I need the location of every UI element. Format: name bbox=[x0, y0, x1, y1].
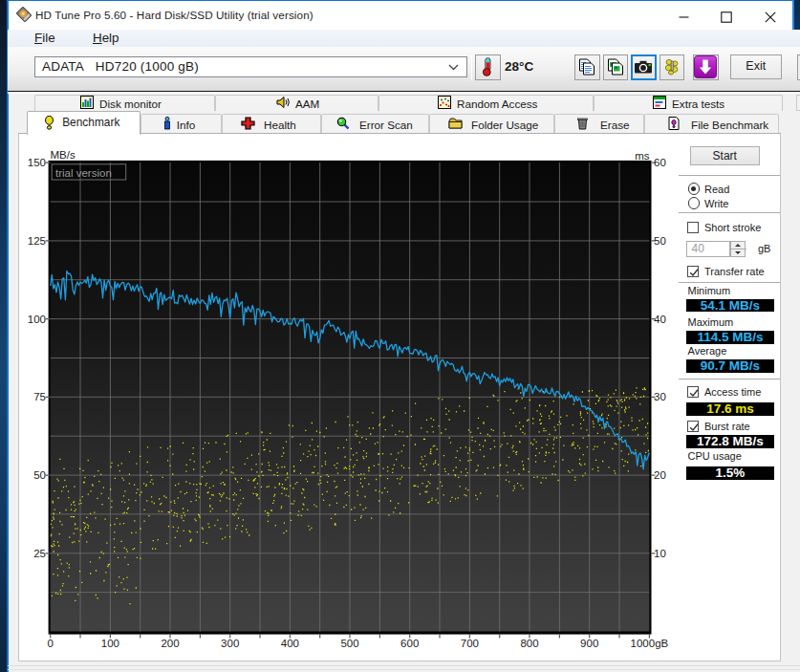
svg-text:1000gB: 1000gB bbox=[631, 638, 669, 649]
svg-text:50: 50 bbox=[33, 469, 46, 481]
svg-text:150: 150 bbox=[28, 157, 46, 168]
svg-text:200: 200 bbox=[161, 638, 179, 649]
svg-text:600: 600 bbox=[400, 638, 419, 649]
svg-text:10: 10 bbox=[654, 548, 666, 559]
svg-text:900: 900 bbox=[580, 638, 598, 649]
svg-text:ms: ms bbox=[635, 150, 650, 162]
svg-text:20: 20 bbox=[654, 469, 666, 481]
svg-text:125: 125 bbox=[28, 235, 46, 247]
svg-text:25: 25 bbox=[33, 548, 46, 559]
svg-text:500: 500 bbox=[340, 638, 358, 649]
svg-text:MB/s: MB/s bbox=[51, 149, 76, 161]
svg-text:400: 400 bbox=[281, 638, 299, 649]
svg-text:50: 50 bbox=[654, 235, 666, 247]
svg-text:700: 700 bbox=[461, 638, 479, 649]
svg-text:100: 100 bbox=[28, 314, 46, 325]
svg-text:60: 60 bbox=[654, 157, 666, 168]
svg-text:trial version: trial version bbox=[55, 167, 112, 179]
svg-text:100: 100 bbox=[101, 638, 119, 649]
svg-text:800: 800 bbox=[520, 638, 538, 649]
svg-text:0: 0 bbox=[47, 638, 53, 649]
svg-text:300: 300 bbox=[221, 638, 239, 649]
svg-text:40: 40 bbox=[654, 314, 666, 325]
svg-text:30: 30 bbox=[654, 391, 666, 402]
svg-text:75: 75 bbox=[33, 391, 46, 402]
